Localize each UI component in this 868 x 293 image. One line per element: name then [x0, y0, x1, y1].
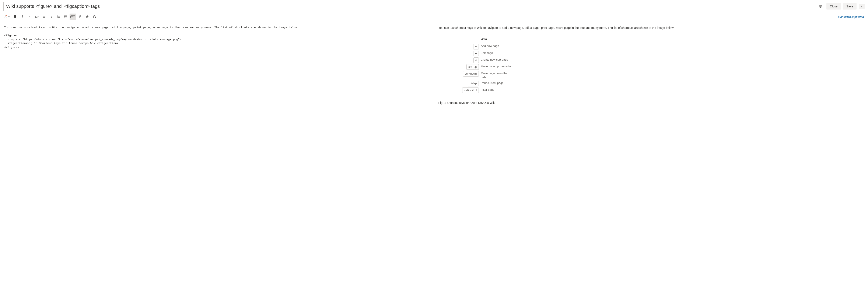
- svg-point-5: [820, 7, 821, 8]
- more-button[interactable]: ···: [98, 13, 105, 20]
- shortcut-desc: Edit page: [481, 51, 515, 55]
- paperclip-icon: [86, 15, 89, 19]
- shortcut-key-cell: ctrl+up: [451, 64, 481, 70]
- svg-point-1: [820, 5, 821, 6]
- shortcut-desc: Print current page: [481, 81, 515, 85]
- link-icon: [28, 15, 31, 19]
- link-button[interactable]: [26, 13, 33, 20]
- chevron-down-icon: [8, 16, 10, 17]
- markdown-supported-link[interactable]: Markdown supported.: [838, 15, 865, 19]
- hash-icon: #: [79, 14, 81, 19]
- figcaption: Fig 1: Shortcut keys for Azure DevOps Wi…: [438, 101, 863, 105]
- editor-area: You can use shortcut keys in Wiki to nav…: [0, 22, 868, 111]
- hash-button[interactable]: #: [77, 13, 83, 20]
- shortcut-key: n: [473, 44, 478, 49]
- shortcut-row: ctrl+pPrint current page: [451, 81, 515, 86]
- numbered-list-icon: 1 2 3: [50, 15, 53, 19]
- shortcut-key-cell: ctrl+down: [451, 71, 481, 76]
- shortcut-desc: Move page down the order: [481, 71, 515, 79]
- format-toolbar: B I </>: [3, 13, 105, 20]
- shortcut-row: ctrl+shift+fFilter page: [451, 87, 515, 93]
- save-button[interactable]: Save: [843, 3, 857, 9]
- shortcut-row: eEdit page: [451, 51, 515, 56]
- shortcut-row: nAdd new page: [451, 44, 515, 49]
- checklist-icon: [57, 15, 60, 19]
- shortcut-desc: Move page up the order: [481, 64, 515, 69]
- toolbar-row: B I </>: [0, 13, 868, 22]
- text-format-icon: [4, 15, 7, 19]
- svg-point-3: [821, 6, 822, 7]
- svg-text:3: 3: [50, 17, 50, 18]
- shortcut-key-cell: c: [451, 58, 481, 63]
- work-item-button[interactable]: [91, 13, 98, 20]
- checklist-button[interactable]: [55, 13, 62, 20]
- settings-button[interactable]: [817, 3, 824, 10]
- numbered-list-button[interactable]: 1 2 3: [48, 13, 54, 20]
- shortcut-key-cell: e: [451, 51, 481, 56]
- shortcut-key-cell: ctrl+p: [451, 81, 481, 86]
- shortcut-desc: Create new sub-page: [481, 58, 515, 62]
- shortcut-key: ctrl+up: [466, 64, 478, 70]
- source-pane[interactable]: You can use shortcut keys in Wiki to nav…: [0, 22, 433, 111]
- more-icon: ···: [100, 15, 104, 19]
- svg-rect-21: [64, 16, 67, 18]
- preview-paragraph: You can use shortcut keys in Wiki to nav…: [438, 26, 863, 30]
- shortcut-key: c: [473, 58, 479, 63]
- attach-button[interactable]: [84, 13, 90, 20]
- shortcut-desc: Add new page: [481, 44, 515, 48]
- italic-button[interactable]: I: [19, 13, 26, 20]
- mention-icon: Abc: [70, 15, 75, 18]
- shortcut-row: ctrl+upMove page up the order: [451, 64, 515, 70]
- table-button[interactable]: [62, 13, 69, 20]
- preview-pane: You can use shortcut keys in Wiki to nav…: [433, 22, 868, 111]
- shortcut-key: ctrl+p: [468, 81, 478, 86]
- code-icon: </>: [34, 15, 39, 19]
- page-title-input[interactable]: [3, 2, 815, 11]
- close-button[interactable]: Close: [827, 3, 841, 9]
- table-icon: [64, 15, 67, 19]
- save-dropdown-button[interactable]: [859, 4, 865, 9]
- shortcut-key-cell: n: [451, 44, 481, 49]
- italic-icon: I: [22, 14, 23, 19]
- shortcut-key-cell: ctrl+shift+f: [451, 87, 481, 93]
- header-bar: Close Save: [0, 0, 868, 13]
- shortcuts-figure: Wiki nAdd new pageeEdit pagecCreate new …: [451, 35, 515, 94]
- shortcut-key: ctrl+down: [463, 71, 479, 76]
- shortcut-desc: Filter page: [481, 87, 515, 92]
- shortcuts-heading: Wiki: [481, 37, 515, 42]
- bulleted-list-icon: [42, 15, 45, 19]
- mention-button[interactable]: Abc: [69, 13, 76, 20]
- settings-icon: [819, 4, 823, 8]
- bulleted-list-button[interactable]: [41, 13, 47, 20]
- shortcut-row: cCreate new sub-page: [451, 58, 515, 63]
- shortcut-key: ctrl+shift+f: [462, 87, 479, 93]
- bold-icon: B: [14, 14, 16, 19]
- bold-button[interactable]: B: [12, 13, 18, 20]
- shortcut-key: e: [473, 51, 478, 56]
- clipboard-icon: [93, 15, 96, 19]
- chevron-down-icon: [861, 5, 863, 7]
- shortcut-row: ctrl+downMove page down the order: [451, 71, 515, 79]
- text-format-dropdown[interactable]: [3, 13, 11, 20]
- code-button[interactable]: </>: [33, 13, 40, 20]
